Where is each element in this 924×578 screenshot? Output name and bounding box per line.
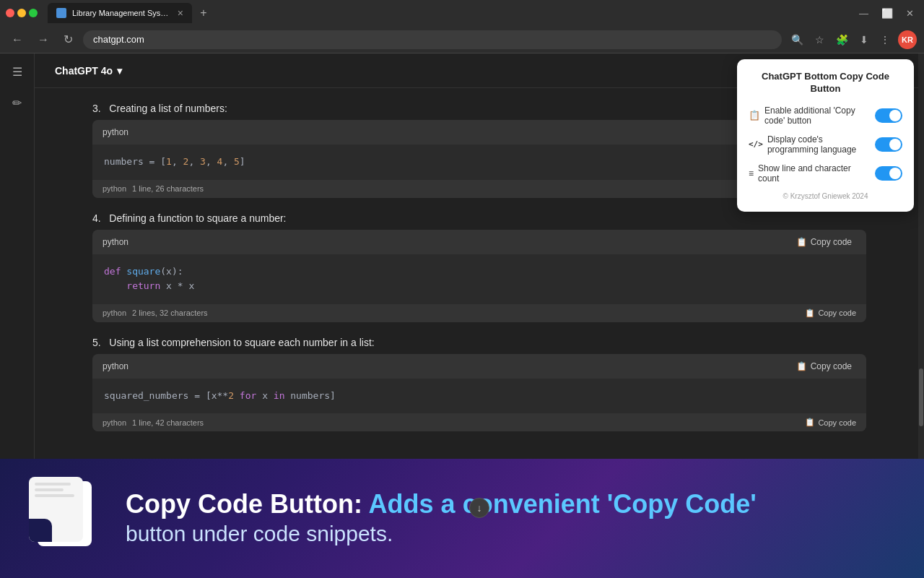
code-block-footer: python 1 line, 42 characters 📋 Copy code (92, 413, 866, 431)
back-button[interactable]: ← (7, 30, 27, 49)
minimize-window-button[interactable]: — (855, 5, 873, 22)
promo-title: Copy Code Button: Adds a convenient 'Cop… (126, 489, 902, 519)
refresh-button[interactable]: ↻ (59, 30, 77, 49)
code-footer-info: python 2 lines, 32 characters (103, 309, 208, 317)
extension-option-1: 📋 Enable additional 'Copy code' button (749, 105, 902, 126)
code-block-wrapper: python 📋 Copy code squared_numbers = [x*… (92, 354, 866, 432)
item-title: Creating a list of numbers: (109, 103, 227, 114)
code-footer-info: python 1 line, 42 characters (103, 418, 204, 427)
option-text-2: Display code's programming language (767, 134, 868, 155)
code-block-wrapper: python 📋 Copy code def square(x): return… (92, 230, 866, 322)
footer-copy-label: Copy code (818, 418, 856, 427)
code-content: def square(x): return x * x (92, 254, 866, 304)
code-language: python (103, 237, 128, 247)
browser-frame: Library Management System C... × + — ⬜ ✕… (0, 0, 924, 578)
footer-copy-button[interactable]: 📋 Copy code (805, 418, 856, 427)
restore-window-button[interactable]: ⬜ (877, 5, 897, 22)
zoom-icon[interactable]: 🔍 (788, 32, 807, 48)
toolbar-right: 🔍 ☆ 🧩 ⬇ ⋮ KR (788, 30, 917, 49)
sidebar-toggle-icon[interactable]: ☰ (9, 62, 25, 82)
model-selector[interactable]: ChatGPT 4o ▾ (49, 62, 128, 79)
item-number: 4. (92, 212, 106, 224)
promo-subtitle: button under code snippets. (126, 519, 902, 548)
scrollbar-thumb[interactable] (919, 368, 923, 426)
close-window-button[interactable]: ✕ (902, 5, 918, 22)
extensions-icon[interactable]: 🧩 (832, 32, 852, 48)
option-text-3: Show line and character count (758, 163, 868, 184)
copy-icon: 📋 (796, 237, 807, 247)
promo-banner: Copy Code Button: Adds a convenient 'Cop… (0, 459, 924, 578)
copy-icon: 📋 (796, 361, 807, 371)
menu-icon[interactable]: ⋮ (876, 32, 894, 48)
option-label-1: 📋 Enable additional 'Copy code' button (749, 105, 868, 126)
code-footer-info: python 1 line, 26 characters (103, 184, 204, 193)
icon-lines (29, 477, 83, 503)
code-text: def square(x): return x * x (104, 266, 194, 292)
forward-button[interactable]: → (33, 30, 53, 49)
code-text: numbers = [1, 2, 3, 4, 5] (104, 156, 245, 167)
promo-icon (22, 475, 108, 562)
toggle-slider-1 (875, 108, 902, 123)
option-text-1: Enable additional 'Copy code' button (764, 105, 868, 126)
promo-title-bold: Copy Code Button: (126, 489, 362, 519)
item-number: 5. (92, 337, 106, 348)
option-label-2: </> Display code's programming language (749, 134, 868, 155)
maximize-button[interactable] (29, 9, 38, 17)
toggle-3[interactable] (875, 166, 902, 181)
promo-title-colored: Adds a convenient 'Copy Code' (362, 489, 757, 519)
code-block-header: python 📋 Copy code (92, 230, 866, 254)
code-language: python (103, 127, 128, 137)
code-language: python (103, 361, 128, 371)
close-button[interactable] (6, 9, 14, 17)
option-label-3: ≡ Show line and character count (749, 163, 868, 184)
code-content: squared_numbers = [x**2 for x in numbers… (92, 379, 866, 414)
extension-option-2: </> Display code's programming language (749, 134, 902, 155)
icon-front-page (29, 477, 83, 542)
footer-stats: 1 line, 42 characters (132, 418, 204, 427)
toggle-slider-2 (875, 137, 902, 152)
code-block-footer: python 2 lines, 32 characters 📋 Copy cod… (92, 304, 866, 322)
browser-titlebar: Library Management System C... × + — ⬜ ✕ (0, 0, 924, 26)
copy-code-button[interactable]: 📋 Copy code (792, 236, 856, 249)
tab-close-icon[interactable]: × (178, 7, 183, 19)
item-number: 3. (92, 103, 106, 114)
footer-copy-button[interactable]: 📋 Copy code (805, 309, 856, 318)
browser-content: ☰ ✏ ChatGPT 4o ▾ ↑ 3. (0, 53, 924, 578)
tab-favicon (56, 8, 66, 18)
extension-option-3: ≡ Show line and character count (749, 163, 902, 184)
list-item: 5. Using a list comprehension to square … (92, 337, 866, 432)
copy-icon-small: 📋 (805, 309, 815, 318)
toggle-1[interactable] (875, 108, 902, 123)
icon-corner (29, 519, 52, 542)
toggle-2[interactable] (875, 137, 902, 152)
window-controls (6, 9, 38, 17)
downloads-icon[interactable]: ⬇ (856, 32, 872, 48)
copy-code-button[interactable]: 📋 Copy code (792, 360, 856, 373)
clipboard-icon: 📋 (749, 110, 760, 121)
model-name: ChatGPT 4o (55, 65, 113, 77)
footer-lang: python (103, 184, 126, 193)
tab-label: Library Management System C... (72, 9, 169, 17)
promo-text: Copy Code Button: Adds a convenient 'Cop… (126, 489, 902, 547)
item-header: 4. Defining a function to square a numbe… (92, 212, 866, 224)
edit-chat-icon[interactable]: ✏ (9, 93, 25, 113)
address-bar[interactable] (83, 30, 782, 49)
bookmark-icon[interactable]: ☆ (811, 32, 828, 48)
footer-stats: 2 lines, 32 characters (132, 309, 208, 317)
item-title: Using a list comprehension to square eac… (109, 337, 374, 348)
profile-button[interactable]: KR (898, 30, 917, 49)
footer-copy-label: Copy code (818, 309, 856, 317)
code-icon: </> (749, 139, 763, 149)
code-block-header: python 📋 Copy code (92, 354, 866, 379)
toggle-slider-3 (875, 166, 902, 181)
new-tab-button[interactable]: + (195, 4, 212, 22)
minimize-button[interactable] (17, 9, 26, 17)
extension-title: ChatGPT Bottom Copy Code Button (749, 71, 902, 95)
copy-label: Copy code (811, 237, 852, 247)
item-title: Defining a function to square a number: (109, 212, 286, 224)
footer-lang: python (103, 309, 126, 317)
footer-lang: python (103, 418, 126, 427)
scroll-down-button[interactable]: ↓ (469, 498, 489, 518)
browser-tab-active[interactable]: Library Management System C... × (48, 3, 192, 23)
copy-icon-small: 📋 (805, 418, 815, 427)
